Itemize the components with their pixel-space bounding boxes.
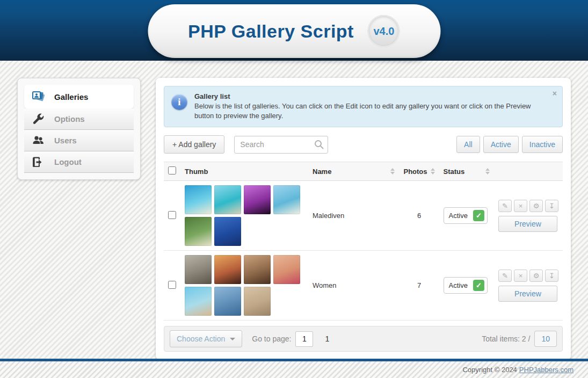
thumb-yoga-backbend[interactable] [185,255,212,284]
settings-gear-icon[interactable]: ⚙ [529,200,543,212]
gallery-name: Malediven [308,181,399,251]
column-header-name[interactable]: Name [308,162,399,181]
copyright-text: Copyright © 2024PHPJabbers.com [462,366,574,374]
sidebar-item-users[interactable]: Users [24,130,134,151]
filter-button-inactive[interactable]: Inactive [522,136,563,153]
filter-button-all[interactable]: All [456,136,480,153]
goto-page-label: Go to page: [252,335,291,343]
download-icon[interactable]: ↧ [545,270,558,282]
sidebar-item-logout[interactable]: Logout [24,151,134,173]
thumb-purple-sunset[interactable] [244,185,271,214]
info-close-icon[interactable]: × [553,89,557,98]
phpjabbers-link[interactable]: PHPJabbers.com [519,366,574,374]
search-icon [314,140,324,149]
info-icon: i [171,94,187,110]
chevron-down-icon [230,338,235,340]
preview-button[interactable]: Preview [498,286,557,302]
sort-icon [390,168,395,175]
thumb-portrait[interactable] [244,255,271,284]
users-icon [31,133,46,148]
goto-page-input[interactable] [295,331,313,347]
thumb-jump-beach[interactable] [185,287,212,316]
version-badge: v4.0 [368,15,400,47]
logo-pill: PHP Gallery Script v4.0 [148,4,440,58]
photo-count: 7 [399,251,439,321]
delete-x-icon[interactable]: × [514,200,527,212]
gallery-table-body: Malediven 6 Active ✓ ✎×⚙↧ Preview Women … [164,181,563,321]
status-label: Active [449,212,468,220]
page-number-link[interactable]: 1 [325,335,329,343]
add-gallery-button[interactable]: + Add gallery [164,135,224,154]
page-footer: Copyright © 2024PHPJabbers.com [0,359,588,378]
wrench-icon [31,112,46,127]
thumb-pier-bungalows[interactable] [214,185,241,214]
thumb-sand-lying[interactable] [244,287,271,316]
row-checkbox[interactable] [168,281,176,289]
app-header: PHP Gallery Script v4.0 [0,0,588,61]
table-row: Malediven 6 Active ✓ ✎×⚙↧ Preview [164,181,563,251]
status-toggle-button[interactable]: Active ✓ [444,277,488,294]
thumb-sea-legs[interactable] [214,287,241,316]
column-header-status[interactable]: Status [439,162,494,181]
row-checkbox[interactable] [168,211,176,219]
column-header-thumb: Thumb [180,162,308,181]
status-filter-group: AllActiveInactive [456,136,563,153]
total-items-label: Total items: 2 / [482,335,530,343]
content-area: Galleries Options Users Logout i Gallery… [0,61,588,359]
select-all-checkbox[interactable] [168,166,176,175]
download-icon[interactable]: ↧ [545,200,558,212]
sidebar-item-options[interactable]: Options [24,108,134,130]
sidebar-item-label: Users [54,136,77,145]
logout-icon [31,155,46,170]
thumb-lagoon-reflection[interactable] [214,217,241,246]
table-row: Women 7 Active ✓ ✎×⚙↧ Preview [164,251,563,321]
gallery-list-panel: i Gallery list Below is the list of gall… [156,78,571,360]
panel-footer-bar: Choose Action Go to page: 1 Total items:… [164,326,563,352]
edit-pencil-icon[interactable]: ✎ [498,270,512,282]
filter-button-active[interactable]: Active [483,136,519,153]
column-header-actions [494,162,563,181]
delete-x-icon[interactable]: × [514,270,527,282]
info-box: i Gallery list Below is the list of gall… [164,86,563,127]
info-box-text: Below is the list of galleries. You can … [194,101,546,120]
settings-gear-icon[interactable]: ⚙ [529,270,543,282]
thumb-beach-huts[interactable] [273,185,300,214]
galleries-icon [31,89,46,104]
thumb-beach-chairs[interactable] [185,217,212,246]
photo-count: 6 [399,181,439,251]
thumbnail-grid [185,185,304,246]
sidebar-item-galleries[interactable]: Galleries [24,85,134,108]
choose-action-dropdown[interactable]: Choose Action [170,330,242,347]
preview-button[interactable]: Preview [498,216,557,232]
toolbar: + Add gallery AllActiveInactive [164,135,563,154]
search-wrap [234,136,328,154]
check-icon: ✓ [473,210,484,221]
app-title: PHP Gallery Script [188,21,354,42]
gallery-name: Women [308,251,399,321]
status-toggle-button[interactable]: Active ✓ [444,207,488,224]
thumbnail-grid [185,255,304,316]
gallery-table: Thumb Name Photos Status [164,162,563,321]
sort-icon [431,168,435,175]
info-box-title: Gallery list [194,92,546,100]
edit-pencil-icon[interactable]: ✎ [498,200,512,212]
sidebar-menu: Galleries Options Users Logout [17,78,141,180]
thumb-bikini[interactable] [273,255,300,284]
sidebar-item-label: Galleries [54,92,88,101]
status-label: Active [449,281,468,289]
thumb-sunset-silhouette[interactable] [214,255,241,284]
thumb-palm-beach[interactable] [185,185,212,214]
select-all-cell [164,162,180,181]
table-header-row: Thumb Name Photos Status [164,162,563,181]
column-header-photos[interactable]: Photos [399,162,439,181]
items-per-page-button[interactable]: 10 [534,331,557,347]
check-icon: ✓ [473,280,484,291]
sort-icon [485,168,490,175]
sidebar-item-label: Logout [54,157,82,166]
sidebar-item-label: Options [54,114,85,123]
